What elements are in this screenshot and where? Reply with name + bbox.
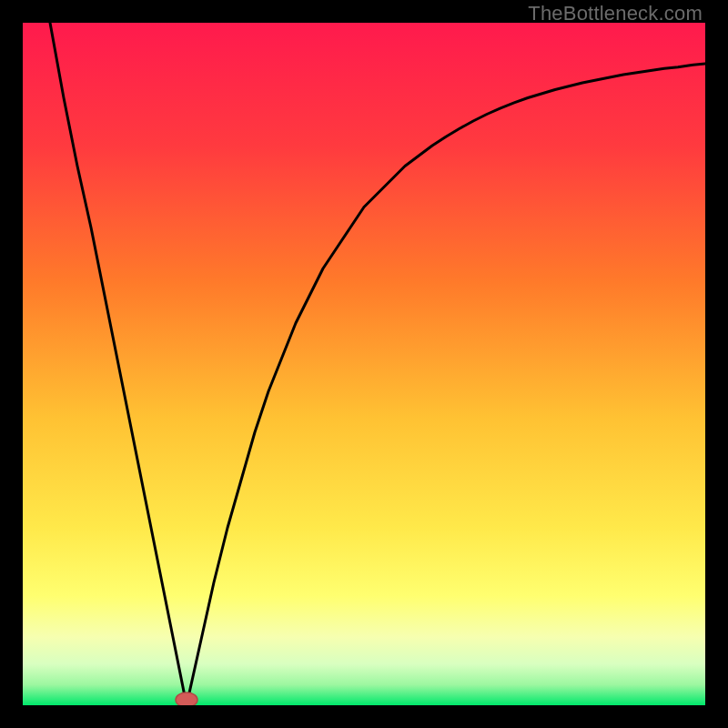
gradient-background [23, 23, 705, 705]
vertex-marker [176, 693, 197, 705]
watermark-text: TheBottleneck.com [528, 2, 703, 25]
chart-svg [23, 23, 705, 705]
chart-frame [23, 23, 705, 705]
